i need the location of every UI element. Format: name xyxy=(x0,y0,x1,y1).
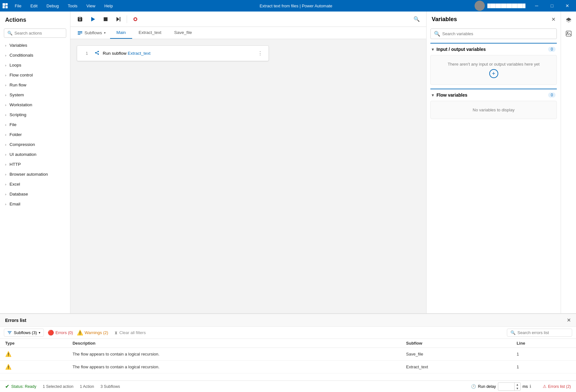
search-errors-input[interactable] xyxy=(517,330,569,335)
flow-variables-section-header[interactable]: ▾ Flow variables 0 xyxy=(430,89,557,101)
maximize-button[interactable]: □ xyxy=(545,0,559,12)
svg-rect-7 xyxy=(120,17,120,21)
action-item-database[interactable]: ›Database xyxy=(0,189,70,199)
warning-triangle-icon: ⚠️ xyxy=(77,330,83,336)
search-errors-box[interactable]: 🔍 xyxy=(507,329,572,337)
tab-main[interactable]: Main xyxy=(110,27,132,39)
clear-filters-button[interactable]: ⧗ Clear all filters xyxy=(112,329,148,337)
search-actions-box[interactable]: 🔍 xyxy=(4,28,66,38)
action-item-runflow[interactable]: ›Run flow xyxy=(0,80,70,90)
flow-canvas[interactable]: 1 Run subflow Extract_text ⋮ xyxy=(70,39,426,313)
center-area: 🔍 Subflows ▾ Main Extract_text Save_file… xyxy=(70,12,426,313)
flow-step-1[interactable]: 1 Run subflow Extract_text ⋮ xyxy=(77,45,269,61)
subflows-chevron-icon: ▾ xyxy=(104,31,106,35)
action-item-workstation[interactable]: ›Workstation xyxy=(0,100,70,110)
action-item-variables[interactable]: ›Variables xyxy=(0,40,70,50)
search-flow-button[interactable]: 🔍 xyxy=(411,15,422,23)
search-variables-box[interactable]: 🔍 xyxy=(430,28,557,39)
action-item-conditionals[interactable]: ›Conditionals xyxy=(0,50,70,60)
warnings-badge[interactable]: ⚠️ Warnings (2) xyxy=(77,330,108,336)
errors-panel: Errors list ✕ Subflows (3) ▾ 🔴 Errors (0… xyxy=(0,313,576,380)
flow-variables-empty-text: No variables to display xyxy=(473,108,515,112)
errors-toolbar: Subflows (3) ▾ 🔴 Errors (0) ⚠️ Warnings … xyxy=(0,327,576,339)
menu-bar: File Edit Debug Tools View Help xyxy=(10,0,117,12)
run-delay-up-button[interactable]: ▲ xyxy=(515,383,520,387)
app-icon xyxy=(0,0,10,12)
errors-list-link[interactable]: ⚠ Errors list (2) xyxy=(543,384,571,389)
chevron-icon: › xyxy=(5,103,6,107)
subflow-count-info: 3 Subflows xyxy=(100,384,120,389)
flow-variables-section-title: Flow variables xyxy=(436,92,546,98)
stop-button[interactable] xyxy=(100,13,111,25)
subflows-dropdown[interactable]: Subflows ▾ xyxy=(73,27,110,39)
selected-action-info: 1 Selected action xyxy=(43,384,74,389)
menu-file[interactable]: File xyxy=(10,0,26,12)
menu-edit[interactable]: Edit xyxy=(26,0,42,12)
filter-icon: ⧗ xyxy=(115,330,117,335)
menu-tools[interactable]: Tools xyxy=(63,0,82,12)
menu-help[interactable]: Help xyxy=(100,0,117,12)
svg-point-15 xyxy=(98,53,99,55)
image-icon[interactable] xyxy=(563,28,575,40)
add-variable-button[interactable]: + xyxy=(489,69,498,78)
action-item-compression[interactable]: ›Compression xyxy=(0,140,70,149)
info-icon: ℹ xyxy=(530,384,531,389)
svg-rect-20 xyxy=(8,331,12,332)
action-item-file[interactable]: ›File xyxy=(0,120,70,130)
step-more-button[interactable]: ⋮ xyxy=(256,49,264,58)
errors-close-button[interactable]: ✕ xyxy=(567,317,571,323)
search-icon: 🔍 xyxy=(510,330,516,335)
subflows-label: Subflows xyxy=(84,30,102,35)
collapse-icon: ▾ xyxy=(432,92,434,98)
error-row-1[interactable]: ⚠️ The flow appears to contain a logical… xyxy=(0,348,576,361)
menu-view[interactable]: View xyxy=(82,0,100,12)
minimize-button[interactable]: ─ xyxy=(529,0,544,12)
input-output-count-badge: 0 xyxy=(548,47,556,52)
search-actions-input[interactable] xyxy=(14,31,63,36)
subflows-filter-button[interactable]: Subflows (3) ▾ xyxy=(4,329,44,337)
variables-heading: Variables xyxy=(432,16,457,23)
action-item-flowcontrol[interactable]: ›Flow control xyxy=(0,70,70,80)
record-button[interactable] xyxy=(130,13,141,25)
action-item-browserautomation[interactable]: ›Browser automation xyxy=(0,169,70,179)
variables-close-button[interactable]: ✕ xyxy=(551,16,556,22)
subflow-link[interactable]: Extract_text xyxy=(128,51,150,56)
tab-extract-text[interactable]: Extract_text xyxy=(132,27,168,39)
action-item-http[interactable]: ›HTTP xyxy=(0,159,70,169)
title-bar: File Edit Debug Tools View Help Extract … xyxy=(0,0,576,12)
errors-badge[interactable]: 🔴 Errors (0) xyxy=(48,330,73,336)
svg-rect-0 xyxy=(3,3,5,6)
action-item-folder[interactable]: ›Folder xyxy=(0,130,70,140)
svg-rect-3 xyxy=(5,6,8,8)
subflows-filter-chevron-icon: ▾ xyxy=(39,331,40,334)
action-item-scripting[interactable]: ›Scripting xyxy=(0,110,70,120)
svg-line-17 xyxy=(96,53,98,54)
action-item-excel[interactable]: ›Excel xyxy=(0,179,70,189)
error-row-2[interactable]: ⚠️ The flow appears to contain a logical… xyxy=(0,361,576,373)
action-count-info: 1 Action xyxy=(80,384,94,389)
close-button[interactable]: ✕ xyxy=(560,0,575,12)
save-button[interactable] xyxy=(74,13,86,25)
right-sidebar xyxy=(561,12,576,313)
run-button[interactable] xyxy=(87,13,99,25)
warning-icon: ⚠️ xyxy=(5,364,12,370)
run-delay-down-button[interactable]: ▼ xyxy=(515,387,520,390)
menu-debug[interactable]: Debug xyxy=(42,0,63,12)
input-output-empty-text: There aren't any input or output variabl… xyxy=(448,62,540,67)
run-delay-input-group[interactable]: 100 ▲ ▼ xyxy=(498,382,521,391)
layers-icon[interactable] xyxy=(563,14,575,26)
run-delay-arrows: ▲ ▼ xyxy=(514,383,520,390)
next-button[interactable] xyxy=(113,13,124,25)
run-delay-value-input[interactable]: 100 xyxy=(498,383,514,389)
svg-rect-22 xyxy=(9,333,10,334)
search-variables-input[interactable] xyxy=(442,31,553,36)
col-subflow: Subflow xyxy=(401,339,511,348)
input-output-section-header[interactable]: ▾ Input / output variables 0 xyxy=(430,44,557,55)
action-item-system[interactable]: ›System xyxy=(0,90,70,100)
flow-variables-section-body: No variables to display xyxy=(430,101,557,119)
check-circle-icon: ✔ xyxy=(5,383,9,389)
action-item-email[interactable]: ›Email xyxy=(0,199,70,209)
action-item-uiautomation[interactable]: ›UI automation xyxy=(0,149,70,159)
action-item-loops[interactable]: ›Loops xyxy=(0,60,70,70)
tab-save-file[interactable]: Save_file xyxy=(168,27,198,39)
